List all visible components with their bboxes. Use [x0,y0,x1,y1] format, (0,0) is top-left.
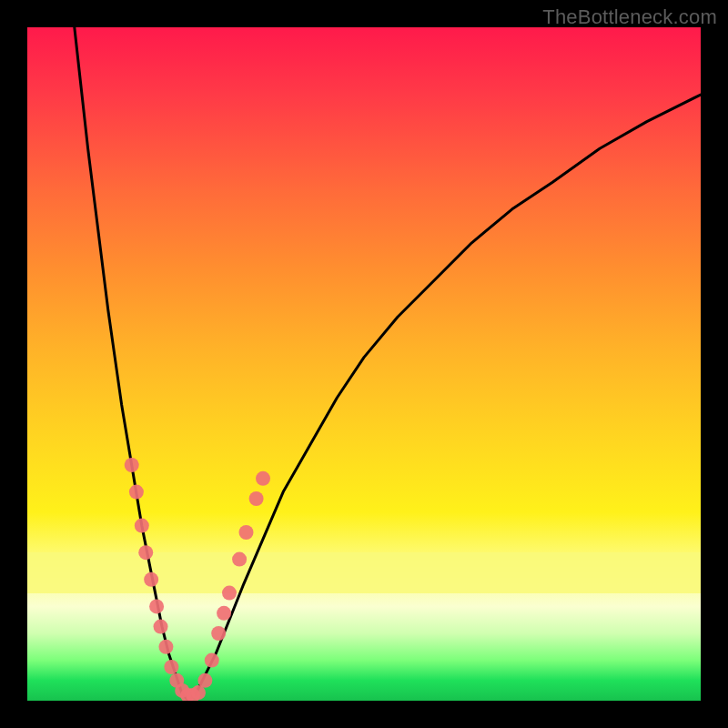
marker-dot [205,653,219,668]
marker-dot [249,491,264,506]
marker-dot [135,519,149,533]
marker-dot [197,673,212,688]
marker-dot [164,660,178,674]
curve-group [75,27,701,701]
marker-dot [138,545,153,560]
chart-stage: TheBottleneck.com [0,0,728,728]
marker-dot [154,620,168,634]
plot-area [27,27,701,701]
marker-dot [158,640,173,654]
chart-svg [27,27,701,701]
marker-dot [149,599,164,613]
marker-group [125,458,270,701]
marker-dot [232,552,247,567]
marker-dot [144,572,158,587]
marker-dot [217,606,231,621]
watermark-text: TheBottleneck.com [542,5,717,29]
marker-dot [125,458,139,472]
marker-dot [256,471,270,486]
marker-dot [129,485,144,500]
marker-dot [239,525,254,540]
curve-right-branch [189,95,701,701]
curve-left-branch [75,27,189,701]
marker-dot [211,626,226,641]
marker-dot [222,586,237,601]
